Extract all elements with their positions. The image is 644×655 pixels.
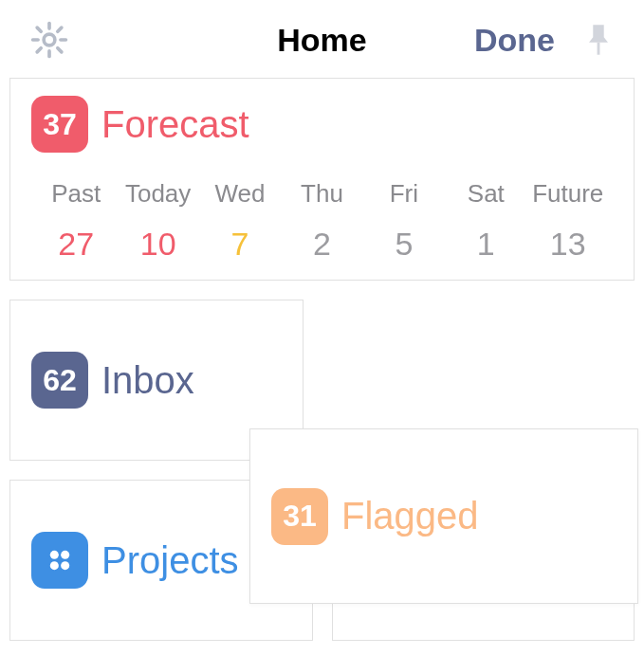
forecast-day-sat[interactable]: Sat 1 [445, 179, 526, 263]
forecast-label: Forecast [101, 103, 249, 146]
inbox-label: Inbox [101, 359, 194, 402]
projects-label: Projects [101, 539, 239, 582]
flagged-label: Flagged [341, 495, 479, 537]
forecast-day-future[interactable]: Future 13 [527, 179, 609, 263]
forecast-days: Past 27 Today 10 Wed 7 Thu 2 Fri 5 Sat 1 [31, 179, 613, 263]
done-button[interactable]: Done [474, 22, 555, 59]
svg-line-5 [37, 27, 41, 31]
svg-point-0 [44, 34, 55, 45]
inbox-badge: 62 [31, 352, 88, 409]
svg-point-10 [50, 551, 59, 559]
tile-forecast[interactable]: 37 Forecast Past 27 Today 10 Wed 7 Thu 2… [9, 78, 635, 281]
svg-line-8 [58, 27, 62, 31]
svg-line-7 [37, 48, 41, 52]
header-toolbar: Home Done [0, 0, 644, 78]
forecast-day-wed[interactable]: Wed 7 [199, 179, 281, 263]
forecast-day-thu[interactable]: Thu 2 [281, 179, 362, 263]
flagged-badge: 31 [271, 488, 328, 545]
projects-icon [31, 532, 88, 589]
tile-flagged[interactable]: 31 Flagged [249, 428, 638, 604]
svg-line-6 [58, 48, 62, 52]
gear-icon[interactable] [28, 19, 70, 61]
page-title: Home [277, 22, 366, 59]
svg-rect-9 [598, 43, 600, 55]
forecast-day-today[interactable]: Today 10 [117, 179, 198, 263]
forecast-badge: 37 [31, 96, 88, 153]
forecast-day-fri[interactable]: Fri 5 [363, 179, 445, 263]
svg-point-13 [61, 561, 69, 570]
forecast-day-past[interactable]: Past 27 [35, 179, 117, 263]
pin-icon[interactable] [581, 21, 616, 59]
svg-point-11 [61, 551, 69, 559]
svg-point-12 [50, 561, 59, 570]
